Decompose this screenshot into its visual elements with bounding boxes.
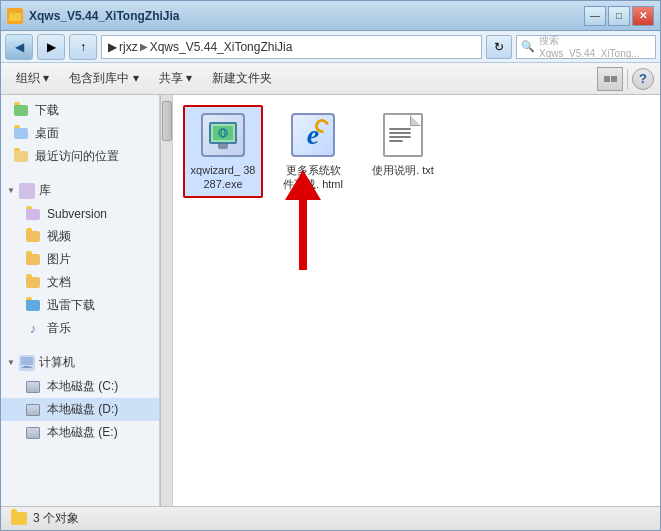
thunder-icon <box>25 298 41 314</box>
title-bar: Xqws_V5.44_XiTongZhiJia — □ ✕ <box>1 1 660 31</box>
sidebar-item-recent[interactable]: 最近访问的位置 <box>1 145 159 168</box>
address-bar: ◀ ▶ ↑ ▶ rjxz ▶ Xqws_V5.44_XiTongZhiJia ↻… <box>1 31 660 63</box>
status-bar: 3 个对象 <box>1 506 660 530</box>
sidebar-computer-header[interactable]: ▼ 计算机 <box>1 350 159 375</box>
search-placeholder: 搜索 Xqws_V5.44_XiTong... <box>539 34 651 59</box>
folder-title-icon <box>7 8 23 24</box>
scrollbar-thumb[interactable] <box>162 101 172 141</box>
maximize-button[interactable]: □ <box>608 6 630 26</box>
drive-d-icon <box>26 404 40 416</box>
toolbar: 组织 ▾ 包含到库中 ▾ 共享 ▾ 新建文件夹 ? <box>1 63 660 95</box>
status-count: 3 个对象 <box>33 510 79 527</box>
search-icon: 🔍 <box>521 40 535 53</box>
music-note-icon: ♪ <box>30 321 37 336</box>
sidebar-item-video[interactable]: 视频 <box>1 225 159 248</box>
exe-file-icon <box>199 111 247 159</box>
minimize-button[interactable]: — <box>584 6 606 26</box>
title-bar-left: Xqws_V5.44_XiTongZhiJia <box>7 8 180 24</box>
up-button[interactable]: ↑ <box>69 34 97 60</box>
file-item-txt[interactable]: 使用说明. txt <box>363 105 443 183</box>
file-item-html[interactable]: e 更多系统软 件下载. html <box>273 105 353 198</box>
sidebar-scrollbar[interactable] <box>160 95 172 506</box>
html-icon-body: e <box>291 113 335 157</box>
help-button[interactable]: ? <box>632 68 654 90</box>
subversion-icon <box>25 206 41 222</box>
status-folder-icon <box>11 512 27 525</box>
sidebar-item-documents[interactable]: 文档 <box>1 271 159 294</box>
lib-folder-icon <box>19 183 35 199</box>
search-bar[interactable]: 🔍 搜索 Xqws_V5.44_XiTong... <box>516 35 656 59</box>
sidebar: 下载 桌面 最近访问的位置 <box>1 95 160 506</box>
svg-rect-5 <box>21 357 33 365</box>
include-button[interactable]: 包含到库中 ▾ <box>60 66 147 92</box>
file-label-exe: xqwizard_ 38287.exe <box>189 163 257 192</box>
sidebar-favorites-section: 下载 桌面 最近访问的位置 <box>1 99 159 168</box>
arrow-shaft <box>299 200 307 270</box>
main-area: 下载 桌面 最近访问的位置 <box>1 95 660 506</box>
txt-file-icon <box>379 111 427 159</box>
file-label-html: 更多系统软 件下载. html <box>279 163 347 192</box>
sidebar-item-download[interactable]: 下载 <box>1 99 159 122</box>
organize-button[interactable]: 组织 ▾ <box>7 66 58 92</box>
svg-rect-4 <box>21 185 26 188</box>
back-button[interactable]: ◀ <box>5 34 33 60</box>
exe-icon-content <box>209 122 237 149</box>
toolbar-right: ? <box>597 67 654 91</box>
desktop-icon <box>13 126 29 142</box>
disk-e-icon <box>25 425 41 441</box>
txt-line-2 <box>389 132 411 134</box>
sidebar-library-header[interactable]: ▼ 库 <box>1 178 159 203</box>
file-item-exe[interactable]: xqwizard_ 38287.exe <box>183 105 263 198</box>
sidebar-item-music[interactable]: ♪ 音乐 <box>1 317 159 340</box>
close-button[interactable]: ✕ <box>632 6 654 26</box>
breadcrumb: ▶ rjxz ▶ Xqws_V5.44_XiTongZhiJia <box>101 35 482 59</box>
screen-content <box>213 126 233 140</box>
recent-icon <box>13 149 29 165</box>
txt-line-3 <box>389 136 411 138</box>
breadcrumb-path2[interactable]: Xqws_V5.44_XiTongZhiJia <box>150 40 293 54</box>
txt-line-1 <box>389 128 411 130</box>
sidebar-library-section: ▼ 库 <box>1 178 159 340</box>
sidebar-item-disk-c[interactable]: 本地磁盘 (C:) <box>1 375 159 398</box>
forward-button[interactable]: ▶ <box>37 34 65 60</box>
exe-icon-body <box>201 113 245 157</box>
drive-e-icon <box>26 427 40 439</box>
disk-c-icon <box>25 379 41 395</box>
status-bar-left: 3 个对象 <box>11 510 79 527</box>
library-label: 库 <box>39 182 51 199</box>
sidebar-item-thunder[interactable]: 迅雷下载 <box>1 294 159 317</box>
sidebar-item-pictures[interactable]: 图片 <box>1 248 159 271</box>
pictures-icon <box>25 252 41 268</box>
view-toggle-button[interactable] <box>597 67 623 91</box>
sidebar-item-subversion[interactable]: Subversion <box>1 203 159 225</box>
computer-label: 计算机 <box>39 354 75 371</box>
documents-icon <box>25 275 41 291</box>
drive-icon <box>26 381 40 393</box>
svg-rect-2 <box>9 11 14 14</box>
breadcrumb-separator: ▶ <box>140 41 148 52</box>
svg-point-9 <box>221 129 225 137</box>
sidebar-item-desktop[interactable]: 桌面 <box>1 122 159 145</box>
exe-screen <box>209 122 237 144</box>
svg-rect-7 <box>22 367 32 368</box>
window-title: Xqws_V5.44_XiTongZhiJia <box>29 9 180 23</box>
breadcrumb-path1[interactable]: rjxz <box>119 40 138 54</box>
sidebar-item-disk-d[interactable]: 本地磁盘 (D:) <box>1 398 159 421</box>
toolbar-divider <box>627 69 628 89</box>
refresh-button[interactable]: ↻ <box>486 35 512 59</box>
sidebar-computer-section: ▼ 计算机 <box>1 350 159 444</box>
html-file-icon: e <box>289 111 337 159</box>
pc-folder-icon <box>19 355 35 371</box>
file-label-txt: 使用说明. txt <box>372 163 434 177</box>
svg-rect-3 <box>21 187 33 196</box>
sidebar-item-disk-e[interactable]: 本地磁盘 (E:) <box>1 421 159 444</box>
sidebar-container: 下载 桌面 最近访问的位置 <box>1 95 173 506</box>
breadcrumb-segment: ▶ <box>108 40 117 54</box>
new-folder-button[interactable]: 新建文件夹 <box>203 66 281 92</box>
share-button[interactable]: 共享 ▾ <box>150 66 201 92</box>
music-icon: ♪ <box>25 321 41 337</box>
txt-icon-body <box>383 113 423 157</box>
file-grid: xqwizard_ 38287.exe e 更多系统软 件下载. html <box>183 105 650 198</box>
library-icon <box>19 183 35 199</box>
svg-point-8 <box>219 129 227 137</box>
